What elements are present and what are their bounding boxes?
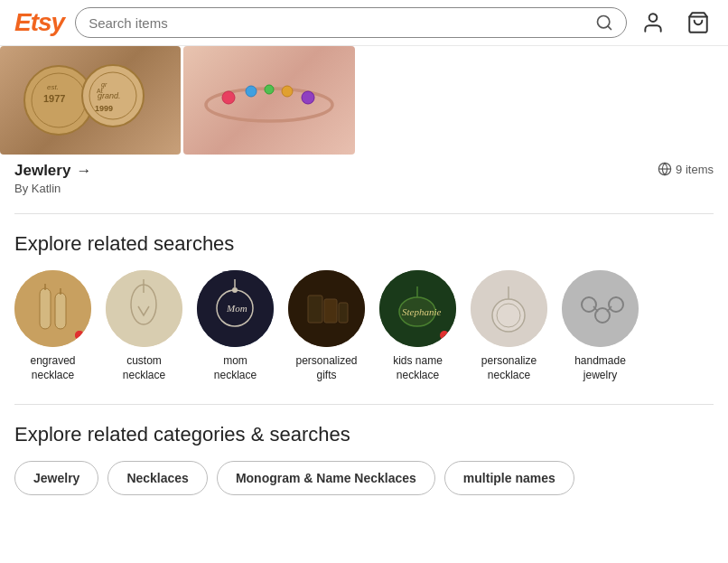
cart-button[interactable] bbox=[683, 7, 714, 38]
search-item-personalize-necklace[interactable]: personalizenecklace bbox=[471, 270, 547, 382]
globe-icon bbox=[658, 162, 672, 176]
svg-text:est.: est. bbox=[47, 83, 59, 91]
search-label-custom: customnecklace bbox=[123, 354, 165, 382]
svg-rect-36 bbox=[324, 299, 337, 323]
badge-kids bbox=[440, 331, 449, 340]
category-pills: Jewelry Necklaces Monogram & Name Neckla… bbox=[14, 461, 714, 495]
search-label-personalized: personalizedgifts bbox=[295, 354, 357, 382]
svg-text:1977: 1977 bbox=[43, 93, 65, 104]
search-circle-handmade bbox=[562, 270, 639, 347]
handmade-jewelry-img bbox=[562, 270, 639, 347]
search-label-kids: kids namenecklace bbox=[393, 354, 443, 382]
search-circle-mom: Mom bbox=[197, 270, 274, 347]
engraved-circles-decoration: est. 1977 gr grand. At 1999 bbox=[18, 55, 163, 145]
search-label-personalize: personalizenecklace bbox=[481, 354, 537, 382]
search-input[interactable] bbox=[89, 15, 595, 31]
search-bar bbox=[75, 7, 627, 38]
search-icon bbox=[595, 14, 613, 32]
svg-text:Stephanie: Stephanie bbox=[402, 306, 441, 317]
pill-multiple-names[interactable]: multiple names bbox=[444, 461, 574, 495]
search-label-engraved: engravednecklace bbox=[30, 354, 75, 382]
collection-arrow: → bbox=[76, 162, 91, 180]
svg-point-18 bbox=[282, 86, 293, 97]
search-circle-engraved bbox=[14, 270, 91, 347]
bracelet-decoration bbox=[192, 55, 346, 145]
top-images: est. 1977 gr grand. At 1999 bbox=[0, 46, 728, 155]
user-button[interactable] bbox=[638, 7, 668, 38]
svg-point-16 bbox=[246, 86, 257, 97]
search-label-handmade: handmadejewelry bbox=[574, 354, 626, 382]
svg-point-32 bbox=[232, 287, 238, 293]
svg-text:Mom: Mom bbox=[226, 303, 247, 314]
search-circle-custom bbox=[106, 270, 182, 347]
svg-rect-35 bbox=[308, 296, 322, 323]
svg-rect-23 bbox=[40, 288, 51, 329]
search-circle-personalize bbox=[471, 270, 547, 347]
search-item-kids-name-necklace[interactable]: Stephanie kids namenecklace bbox=[379, 270, 456, 382]
search-item-custom-necklace[interactable]: customnecklace bbox=[106, 270, 182, 382]
user-icon bbox=[641, 11, 665, 34]
search-circle-personalized bbox=[288, 270, 365, 347]
svg-text:At: At bbox=[97, 88, 103, 94]
personalize-necklace-img bbox=[471, 270, 547, 347]
related-searches-list: engravednecklace customnecklace Mom bbox=[14, 270, 714, 389]
collection-title[interactable]: Jewlery → bbox=[14, 162, 91, 180]
search-item-mom-necklace[interactable]: Mom momnecklace bbox=[197, 270, 274, 382]
svg-rect-37 bbox=[339, 303, 348, 323]
collection-image-right bbox=[183, 46, 355, 155]
collection-info: Jewlery → By Katlin 9 items bbox=[0, 155, 728, 213]
pill-jewelry[interactable]: Jewelry bbox=[14, 461, 98, 495]
collection-title-text: Jewlery bbox=[14, 162, 70, 180]
explore-related-section: Explore related searches engravednecklac… bbox=[0, 214, 728, 404]
explore-related-title: Explore related searches bbox=[14, 232, 714, 256]
etsy-logo[interactable]: Etsy bbox=[14, 8, 64, 37]
pill-necklaces[interactable]: Necklaces bbox=[107, 461, 208, 495]
svg-text:1999: 1999 bbox=[95, 104, 113, 113]
items-count-text: 9 items bbox=[676, 163, 714, 176]
search-item-personalized-gifts[interactable]: personalizedgifts bbox=[288, 270, 365, 382]
collection-subtitle: By Katlin bbox=[14, 182, 91, 195]
svg-point-19 bbox=[302, 91, 314, 104]
search-button[interactable] bbox=[595, 14, 613, 32]
search-item-engraved-necklace[interactable]: engravednecklace bbox=[14, 270, 91, 382]
header: Etsy bbox=[0, 0, 728, 46]
personalized-gifts-img bbox=[288, 270, 365, 347]
badge-engraved bbox=[75, 331, 84, 340]
svg-point-15 bbox=[222, 91, 235, 104]
collection-image-left: est. 1977 gr grand. At 1999 bbox=[0, 46, 181, 155]
svg-point-17 bbox=[265, 85, 274, 94]
search-item-handmade-jewelry[interactable]: handmadejewelry bbox=[562, 270, 639, 382]
header-icons bbox=[638, 7, 714, 38]
pill-monogram-name-necklaces[interactable]: Monogram & Name Necklaces bbox=[217, 461, 435, 495]
explore-categories-title: Explore related categories & searches bbox=[14, 423, 714, 446]
items-count: 9 items bbox=[658, 162, 714, 176]
mom-necklace-img: Mom bbox=[197, 270, 274, 347]
explore-categories-section: Explore related categories & searches Je… bbox=[0, 405, 728, 510]
svg-line-1 bbox=[608, 26, 611, 30]
custom-necklace-img bbox=[106, 270, 182, 347]
search-circle-kids: Stephanie bbox=[379, 270, 456, 347]
search-label-mom: momnecklace bbox=[214, 354, 257, 382]
svg-point-2 bbox=[649, 14, 658, 22]
svg-rect-24 bbox=[55, 293, 66, 329]
cart-icon bbox=[686, 11, 710, 34]
